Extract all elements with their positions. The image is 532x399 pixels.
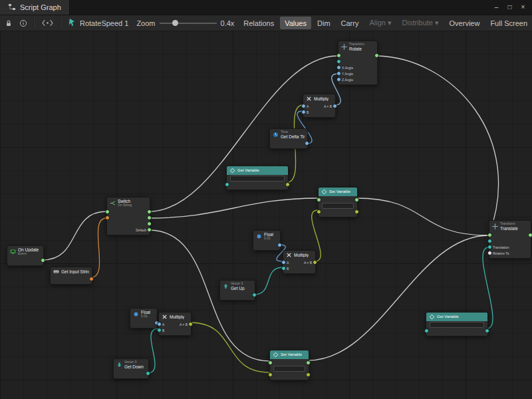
input-port[interactable] xyxy=(157,328,162,332)
input-port[interactable] xyxy=(487,239,492,243)
input-port[interactable] xyxy=(105,209,110,214)
input-port[interactable] xyxy=(336,71,341,76)
input-port[interactable] xyxy=(336,65,341,70)
wire-rotate-to-translate[interactable] xyxy=(376,56,499,235)
node-multiply-top[interactable]: MultiplyAA × BB xyxy=(303,94,336,118)
node-translate[interactable]: TransformTranslateTranslationRelative To xyxy=(489,220,531,259)
toolbar-button-carry[interactable]: Carry xyxy=(336,17,364,29)
input-port[interactable] xyxy=(105,215,110,220)
output-port[interactable] xyxy=(485,329,489,333)
input-port[interactable] xyxy=(301,110,306,114)
wire-update-to-switch[interactable] xyxy=(43,211,106,260)
zoom-slider-thumb[interactable] xyxy=(172,20,178,26)
toolbar-button-distribute: Distribute ▾ xyxy=(398,17,444,29)
node-vector3-get-up[interactable]: Vector 3Get Up xyxy=(219,280,255,301)
input-port[interactable] xyxy=(424,329,429,333)
zoom-slider[interactable] xyxy=(160,23,217,24)
input-port[interactable] xyxy=(268,372,273,377)
code-insert-icon[interactable] xyxy=(37,17,57,29)
node-port-row: AA × B xyxy=(303,103,335,109)
clock-icon xyxy=(273,132,279,138)
zoom-control: Zoom 0.4x xyxy=(132,19,238,27)
output-port[interactable] xyxy=(306,372,311,377)
node-title: Float xyxy=(141,310,150,315)
graph-asset[interactable]: RotateSpeed 1 xyxy=(64,18,132,28)
node-get-variable-top[interactable]: Get Variable xyxy=(226,166,289,190)
node-get-input-string[interactable]: Get Input Strin xyxy=(50,267,92,285)
node-subtitle: On String xyxy=(118,203,132,207)
close-button[interactable]: × xyxy=(517,2,529,13)
toolbar-button-relations[interactable]: Relations xyxy=(239,17,279,29)
graph-canvas[interactable]: On UpdateEventGet Input StrinSwitchOn St… xyxy=(0,31,532,399)
node-float-bottom[interactable]: Float0.01 xyxy=(130,308,158,329)
tab-script-graph[interactable]: Script Graph xyxy=(0,0,70,15)
port-label: A xyxy=(162,323,164,327)
input-port[interactable] xyxy=(317,209,321,214)
output-port[interactable] xyxy=(188,322,193,327)
info-icon[interactable] xyxy=(16,17,31,29)
node-vector3-get-down[interactable]: Vector 3Get Down xyxy=(113,358,149,379)
node-on-update[interactable]: On UpdateEvent xyxy=(7,245,44,266)
input-port[interactable] xyxy=(317,198,321,202)
node-set-variable-bottom[interactable]: Set Variable xyxy=(269,350,309,380)
output-port[interactable] xyxy=(285,182,290,187)
wire-setvar-mid-to-translate[interactable] xyxy=(356,198,489,235)
node-title: Set Variable xyxy=(329,190,350,194)
node-port-row xyxy=(270,360,309,366)
node-port-row xyxy=(7,257,43,263)
toolbar-divider xyxy=(33,18,35,28)
input-port[interactable] xyxy=(487,233,492,237)
port-label: A × B xyxy=(180,323,188,327)
node-switch-on-string[interactable]: SwitchOn StringDefault xyxy=(106,197,150,235)
output-port[interactable] xyxy=(306,360,311,365)
graph-asset-name: RotateSpeed 1 xyxy=(80,19,128,27)
input-port[interactable] xyxy=(487,245,492,249)
node-title: Get Input Strin xyxy=(61,269,89,274)
output-port[interactable] xyxy=(354,198,359,202)
maximize-button[interactable]: □ xyxy=(504,2,515,13)
output-port[interactable] xyxy=(332,104,337,108)
toolbar-button-full-screen[interactable]: Full Screen xyxy=(485,17,532,29)
input-port[interactable] xyxy=(487,251,492,255)
node-port-row xyxy=(319,197,357,203)
toolbar-button-dim[interactable]: Dim xyxy=(313,17,335,29)
output-port[interactable] xyxy=(89,277,94,281)
node-float-top[interactable]: Float0.01 xyxy=(253,230,281,251)
input-port[interactable] xyxy=(336,53,341,58)
node-port-row xyxy=(107,209,150,215)
output-port[interactable] xyxy=(354,209,359,214)
output-port[interactable] xyxy=(528,233,532,237)
input-port[interactable] xyxy=(336,77,341,82)
node-get-delta-time[interactable]: TimeGet Delta Time xyxy=(269,128,308,149)
input-port[interactable] xyxy=(281,266,286,271)
toolbar-button-overview[interactable]: Overview xyxy=(445,17,485,29)
variable-name-field[interactable] xyxy=(430,322,484,328)
node-get-variable-right[interactable]: Get Variable xyxy=(426,312,488,336)
toolbar-button-values[interactable]: Values xyxy=(280,17,311,29)
node-port-row xyxy=(220,292,255,298)
node-multiply-mid[interactable]: MultiplyAA × BB xyxy=(283,250,316,274)
variable-name-field[interactable] xyxy=(322,203,354,209)
node-port-row xyxy=(270,372,309,378)
node-set-variable-mid[interactable]: Set Variable xyxy=(318,187,358,217)
input-port[interactable] xyxy=(281,260,286,265)
node-rotate[interactable]: TransformRotateX AngleY AngleZ Angle xyxy=(338,41,378,85)
output-port[interactable] xyxy=(313,260,317,265)
minimize-button[interactable]: – xyxy=(491,2,502,13)
variable-name-field[interactable] xyxy=(273,366,305,372)
input-port[interactable] xyxy=(301,104,306,108)
input-port[interactable] xyxy=(225,182,229,187)
lock-icon[interactable] xyxy=(1,17,16,29)
wire-switch-to-setvar-mid[interactable] xyxy=(149,198,318,218)
wire-setvar-bottom-to-translate[interactable] xyxy=(308,235,489,360)
input-port[interactable] xyxy=(157,322,162,327)
variable-name-field[interactable] xyxy=(230,176,285,182)
wire-getup-to-multiply-b[interactable] xyxy=(254,267,283,295)
wire-getdown-to-multiply-b[interactable] xyxy=(148,329,158,373)
input-port[interactable] xyxy=(336,59,341,64)
multiply-icon xyxy=(162,314,168,320)
wire-multiply-to-setvar-bottom[interactable] xyxy=(190,323,269,372)
wire-input-to-switch[interactable] xyxy=(91,218,106,277)
node-multiply-bottom[interactable]: MultiplyAA × BB xyxy=(158,312,192,336)
input-port[interactable] xyxy=(268,360,273,365)
